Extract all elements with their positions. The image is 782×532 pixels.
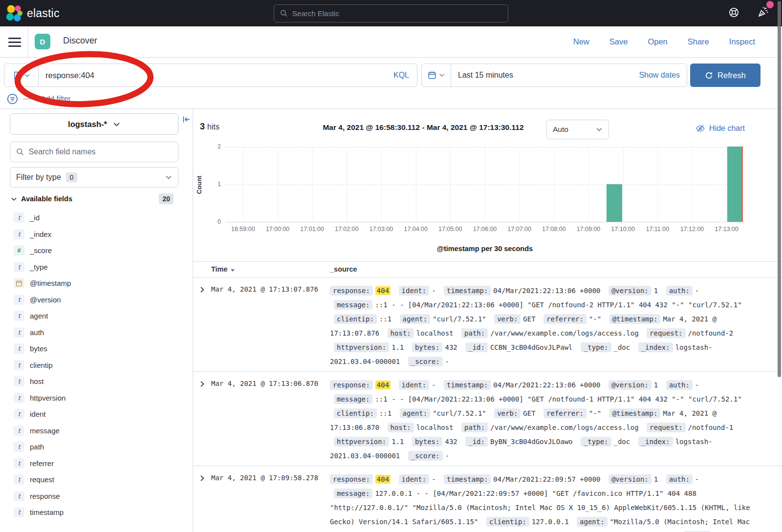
- nav-action-share[interactable]: Share: [688, 37, 709, 46]
- collapse-sidebar-icon[interactable]: [182, 115, 191, 126]
- column-header-time[interactable]: Time: [211, 265, 235, 273]
- field-key-badge: response:: [330, 474, 373, 484]
- field-key-badge: auth:: [666, 380, 693, 390]
- nav-action-save[interactable]: Save: [609, 37, 628, 46]
- text-field-icon: t: [14, 311, 24, 321]
- text-field-icon: t: [14, 474, 24, 485]
- field-key-badge: @version:: [608, 380, 652, 390]
- field-item-version[interactable]: t@version: [0, 292, 193, 308]
- field-item-index[interactable]: t_index: [0, 226, 193, 243]
- x-axis-tick: 17:02:00: [329, 226, 364, 233]
- field-item-timestamp[interactable]: ttimestamp: [0, 504, 193, 521]
- field-key-badge: auth:: [666, 474, 693, 484]
- field-item-request[interactable]: trequest: [0, 471, 193, 488]
- field-item-type[interactable]: t_type: [0, 259, 193, 276]
- show-dates-button[interactable]: Show dates: [639, 71, 687, 80]
- field-search-input[interactable]: [29, 148, 172, 156]
- whats-new-icon[interactable]: [757, 6, 769, 21]
- page-scrollbar[interactable]: [777, 0, 782, 532]
- elastic-logo-icon: [6, 5, 22, 21]
- field-key-badge: ident:: [399, 286, 430, 296]
- field-name: request: [30, 475, 54, 484]
- field-key-badge: timestamp:: [444, 380, 491, 390]
- hide-chart-button[interactable]: Hide chart: [695, 124, 745, 133]
- interval-select[interactable]: Auto: [546, 120, 609, 139]
- field-item-httpversion[interactable]: thttpversion: [0, 390, 193, 406]
- expand-row-icon[interactable]: [198, 380, 206, 390]
- field-item-agent[interactable]: tagent: [0, 308, 193, 324]
- chevron-down-icon: [596, 126, 603, 133]
- available-fields-count-badge: 20: [159, 193, 174, 204]
- field-item-clientip[interactable]: tclientip: [0, 357, 193, 374]
- filter-by-type-dropdown[interactable]: Filter by type 0: [10, 167, 178, 188]
- field-name: @timestamp: [30, 279, 71, 287]
- query-input[interactable]: [39, 71, 393, 80]
- field-name: httpversion: [30, 394, 65, 402]
- field-key-badge: httpversion:: [334, 342, 389, 352]
- field-item-message[interactable]: tmessage: [0, 423, 193, 439]
- field-item-bytes[interactable]: tbytes: [0, 340, 193, 357]
- expand-row-icon[interactable]: [198, 474, 206, 484]
- nav-action-inspect[interactable]: Inspect: [729, 37, 755, 46]
- field-name: agent: [30, 312, 48, 320]
- field-item-id[interactable]: t_id: [0, 210, 193, 226]
- field-item-path[interactable]: tpath: [0, 439, 193, 455]
- field-name: _index: [30, 230, 51, 238]
- nav-action-new[interactable]: New: [573, 37, 589, 46]
- add-filter-button[interactable]: + Add filter: [35, 94, 71, 103]
- time-range-value[interactable]: Last 15 minutes: [451, 71, 513, 80]
- field-item-ident[interactable]: tident: [0, 406, 193, 423]
- nav-divider: [28, 26, 28, 57]
- global-search-box[interactable]: [274, 4, 508, 22]
- elastic-logo[interactable]: elastic: [6, 5, 60, 21]
- field-key-badge: httpversion:: [334, 437, 389, 447]
- discover-main: 3hits Mar 4, 2021 @ 16:58:30.112 - Mar 4…: [194, 109, 782, 532]
- field-item-auth[interactable]: tauth: [0, 324, 193, 341]
- field-name: clientip: [30, 361, 53, 369]
- field-key-badge: auth:: [666, 286, 693, 296]
- field-item-referrer[interactable]: treferrer: [0, 455, 193, 472]
- global-search-input[interactable]: [292, 9, 502, 18]
- field-key-badge: message:: [334, 394, 372, 404]
- field-key-badge: ident:: [399, 380, 430, 390]
- help-icon[interactable]: [728, 6, 740, 21]
- x-axis-tick: 17:12:00: [674, 226, 710, 233]
- query-bar: KQL: [4, 64, 417, 87]
- filter-set-icon[interactable]: [7, 93, 18, 105]
- fields-sidebar: logstash-* Filter by type 0 Available fi…: [0, 109, 193, 532]
- field-key-badge: @version:: [608, 474, 652, 484]
- field-key-badge: timestamp:: [444, 286, 491, 296]
- field-search-box[interactable]: [10, 142, 178, 162]
- chevron-down-icon: [113, 121, 120, 128]
- nav-action-open[interactable]: Open: [648, 37, 667, 46]
- available-fields-header[interactable]: Available fields 20: [11, 195, 178, 203]
- saved-query-button[interactable]: [4, 64, 39, 86]
- column-header-source: _source: [330, 265, 357, 273]
- field-key-badge: path:: [461, 328, 488, 338]
- index-pattern-selector[interactable]: logstash-*: [10, 113, 178, 135]
- expand-row-icon[interactable]: [198, 286, 206, 296]
- row-time: Mar 4, 2021 @ 17:13:07.876: [211, 285, 318, 293]
- interval-value: Auto: [553, 125, 568, 134]
- refresh-button[interactable]: Refresh: [690, 64, 760, 87]
- field-item-score[interactable]: #_score: [0, 242, 193, 259]
- menu-icon[interactable]: [8, 38, 21, 49]
- field-item-response[interactable]: tresponse: [0, 488, 193, 505]
- field-name: referrer: [30, 459, 54, 468]
- field-key-badge: agent:: [577, 517, 608, 527]
- table-row: Mar 4, 2021 @ 17:13:07.876response:404 i…: [194, 277, 782, 372]
- nav-actions: NewSaveOpenShareInspect: [573, 26, 755, 57]
- search-icon: [16, 148, 24, 156]
- field-item-timestamp[interactable]: @timestamp: [0, 275, 193, 292]
- text-field-icon: t: [14, 343, 24, 354]
- scrollbar-thumb[interactable]: [778, 1, 781, 377]
- y-axis-tick: 2: [207, 143, 221, 150]
- x-axis-tick: 17:06:00: [467, 226, 502, 233]
- query-language-button[interactable]: KQL: [393, 71, 417, 80]
- text-field-icon: t: [14, 409, 24, 419]
- field-name: message: [30, 426, 60, 435]
- date-field-icon: [14, 278, 24, 288]
- quick-select-button[interactable]: [422, 64, 451, 86]
- field-item-host[interactable]: thost: [0, 373, 193, 390]
- hits-label: hits: [207, 123, 219, 131]
